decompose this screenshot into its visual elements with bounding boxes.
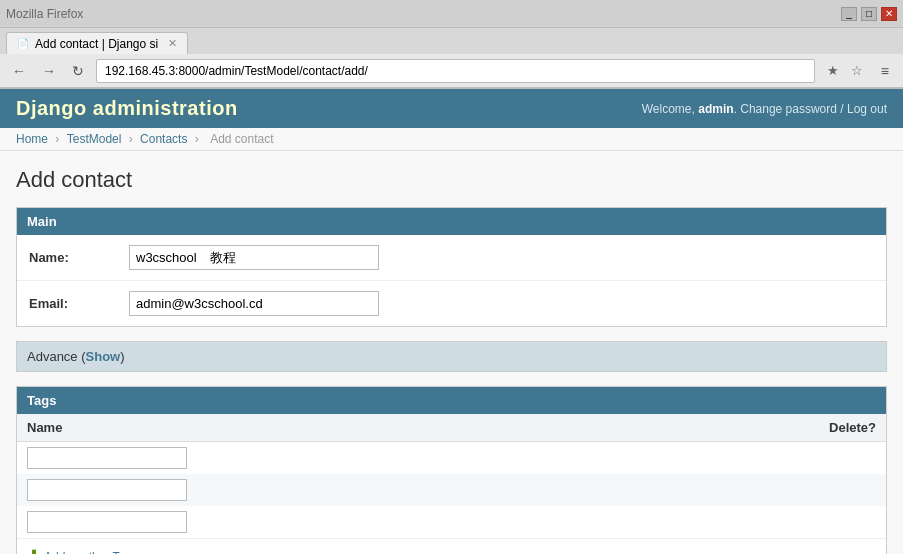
tab-bar: 📄 Add contact | Django si ✕: [0, 28, 903, 54]
add-another-label: Add another Tag: [44, 550, 132, 555]
greeting-text: Welcome,: [642, 102, 698, 116]
star-icon[interactable]: ☆: [847, 61, 867, 81]
breadcrumb-home[interactable]: Home: [16, 132, 48, 146]
content-area: Add contact Main Name: Email: Advance (S…: [0, 151, 903, 554]
admin-title: Django administration: [16, 97, 238, 120]
breadcrumb-contacts[interactable]: Contacts: [140, 132, 187, 146]
breadcrumb-sep1: ›: [55, 132, 62, 146]
tag-name-input-2[interactable]: [27, 479, 187, 501]
menu-button[interactable]: ≡: [875, 61, 895, 81]
table-row: [17, 474, 886, 506]
table-row: [17, 442, 886, 475]
minimize-button[interactable]: _: [841, 7, 857, 21]
main-section-header: Main: [17, 208, 886, 235]
name-field-row: Name:: [17, 235, 886, 281]
breadcrumb-sep2: ›: [129, 132, 136, 146]
browser-chrome: Mozilla Firefox _ □ ✕ 📄 Add contact | Dj…: [0, 0, 903, 89]
main-section: Main Name: Email:: [16, 207, 887, 327]
breadcrumb-model[interactable]: TestModel: [67, 132, 122, 146]
browser-tab[interactable]: 📄 Add contact | Django si ✕: [6, 32, 188, 54]
advance-label: Advance: [27, 349, 78, 364]
tag-delete-cell: [650, 506, 886, 538]
tag-delete-cell: [650, 474, 886, 506]
bookmark-icon[interactable]: ★: [823, 61, 843, 81]
maximize-button[interactable]: □: [861, 7, 877, 21]
refresh-button[interactable]: ↻: [68, 61, 88, 81]
tab-title: Add contact | Django si: [35, 37, 158, 51]
address-bar: ← → ↻ ★ ☆ ≡: [0, 54, 903, 88]
page-title: Add contact: [16, 167, 887, 193]
add-another-tag-link[interactable]: ✚ Add another Tag: [27, 547, 876, 554]
email-field-row: Email:: [17, 281, 886, 326]
toolbar-icons: ★ ☆: [823, 61, 867, 81]
tag-name-cell: [17, 474, 650, 506]
tag-name-input-3[interactable]: [27, 511, 187, 533]
tab-favicon: 📄: [17, 38, 29, 49]
name-label: Name:: [29, 250, 129, 265]
email-label: Email:: [29, 296, 129, 311]
breadcrumb-sep3: ›: [195, 132, 202, 146]
advance-show-link[interactable]: Show: [86, 349, 121, 364]
tag-name-input-1[interactable]: [27, 447, 187, 469]
back-button[interactable]: ←: [8, 61, 30, 81]
forward-button[interactable]: →: [38, 61, 60, 81]
breadcrumb-current: Add contact: [210, 132, 273, 146]
tag-name-cell: [17, 442, 650, 475]
django-admin: Django administration Welcome, admin. Ch…: [0, 89, 903, 554]
window-controls: _ □ ✕: [841, 7, 897, 21]
close-button[interactable]: ✕: [881, 7, 897, 21]
tags-section: Tags Name Delete?: [16, 386, 887, 554]
col-delete-header: Delete?: [650, 414, 886, 442]
advance-header: Advance (Show): [17, 342, 886, 371]
col-name-header: Name: [17, 414, 650, 442]
title-bar: Mozilla Firefox _ □ ✕: [0, 0, 903, 28]
email-input[interactable]: [129, 291, 379, 316]
url-input[interactable]: [96, 59, 815, 83]
tag-delete-cell: [650, 442, 886, 475]
add-icon: ✚: [27, 547, 40, 554]
user-actions-text: . Change password / Log out: [734, 102, 887, 116]
browser-title: Mozilla Firefox: [6, 7, 83, 21]
admin-username: admin: [698, 102, 733, 116]
main-section-body: Name: Email:: [17, 235, 886, 326]
tags-table: Name Delete?: [17, 414, 886, 538]
tags-header: Tags: [17, 387, 886, 414]
tag-name-cell: [17, 506, 650, 538]
tab-close-button[interactable]: ✕: [168, 37, 177, 50]
admin-header: Django administration Welcome, admin. Ch…: [0, 89, 903, 128]
table-row: [17, 506, 886, 538]
breadcrumb: Home › TestModel › Contacts › Add contac…: [0, 128, 903, 151]
advance-section: Advance (Show): [16, 341, 887, 372]
admin-user-info: Welcome, admin. Change password / Log ou…: [642, 102, 887, 116]
name-input[interactable]: [129, 245, 379, 270]
add-another-container: ✚ Add another Tag: [17, 538, 886, 554]
